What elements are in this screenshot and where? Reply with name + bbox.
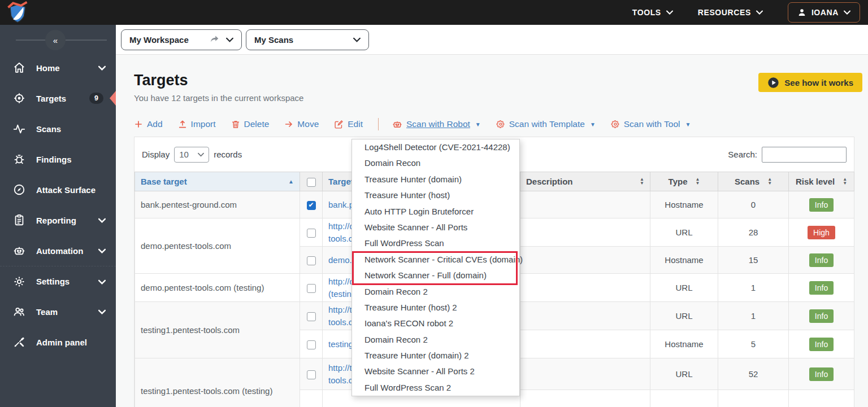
column-header-description[interactable]: Description▲▼ [520, 172, 650, 191]
dropdown-item-highlighted[interactable]: Network Scanner - Critical CVEs (domain) [352, 252, 519, 268]
delete-button[interactable]: Delete [231, 119, 270, 129]
base-target-cell: demo.pentest-tools.com (testing) [135, 274, 300, 302]
sidebar-item-label: Home [36, 63, 60, 73]
gear-icon [611, 120, 620, 129]
type-cell: Hostname [650, 247, 718, 274]
scan-with-tool-button[interactable]: Scan with Tool ▼ [611, 119, 691, 129]
see-how-it-works-button[interactable]: See how it works [758, 73, 862, 92]
column-header-type[interactable]: Type▲▼ [650, 172, 718, 191]
sidebar-item-team[interactable]: Team [0, 296, 116, 327]
base-target-cell: demo.pentest-tools.com [135, 218, 300, 274]
sidebar-item-findings[interactable]: Findings [0, 144, 116, 174]
target-link[interactable]: http://ttools.c [328, 362, 353, 387]
robot-icon [12, 244, 26, 257]
dropdown-item[interactable]: Website Scanner - All Ports 2 [352, 364, 519, 379]
targets-toolbar: Add Import Delete Move Edit Scan with [134, 118, 854, 130]
display-label: Display [142, 150, 170, 159]
select-all-checkbox[interactable] [307, 178, 316, 187]
description-cell [520, 330, 650, 358]
dropdown-item[interactable]: Auto HTTP Login Bruteforcer [352, 204, 519, 220]
sidebar-item-admin-panel[interactable]: Admin panel [0, 327, 116, 357]
user-name: IOANA [811, 8, 839, 17]
scans-select[interactable]: My Scans [246, 29, 369, 50]
type-cell: URL [650, 358, 718, 390]
move-button[interactable]: Move [284, 119, 319, 129]
brand-logo[interactable] [6, 1, 31, 24]
dropdown-item[interactable]: Log4Shell Detector (CVE-2021-44228) [352, 139, 519, 155]
target-link[interactable]: testing [328, 338, 353, 351]
column-header-base-target[interactable]: Base target▲ [135, 172, 300, 191]
risk-badge: Info [809, 281, 834, 295]
targets-count-badge: 9 [89, 93, 103, 104]
dropdown-item[interactable]: Treasure Hunter (host) 2 [352, 300, 519, 316]
resources-menu[interactable]: RESOURCES [698, 8, 763, 17]
row-checkbox[interactable] [307, 312, 316, 321]
dropdown-item[interactable]: Domain Recon 2 [352, 332, 519, 348]
target-link[interactable]: bank.p [328, 199, 354, 211]
column-header-scans[interactable]: Scans▲▼ [718, 172, 789, 191]
sidebar-item-settings[interactable]: Settings [0, 266, 116, 296]
sidebar-item-attack-surface[interactable]: Attack Surface [0, 174, 116, 205]
import-button[interactable]: Import [178, 119, 216, 129]
sidebar-item-label: Reporting [36, 216, 76, 225]
risk-badge: Info [809, 253, 834, 267]
chevron-down-icon [98, 246, 106, 256]
tools-menu[interactable]: TOOLS [632, 8, 673, 17]
cta-label: See how it works [784, 78, 853, 87]
toolbar-separator [378, 118, 379, 130]
sort-icon: ▲▼ [640, 178, 644, 186]
sidebar-collapse-button[interactable]: « [45, 30, 66, 50]
home-icon [12, 61, 26, 75]
scan-with-template-button[interactable]: Scan with Template ▼ [496, 119, 596, 129]
dropdown-item[interactable]: Domain Recon [352, 155, 519, 171]
base-target-cell: testing1.pentest-tools.com [135, 302, 300, 358]
user-menu[interactable]: IOANA [788, 2, 860, 23]
sidebar-item-targets[interactable]: Targets 9 [0, 83, 116, 113]
sidebar-item-home[interactable]: Home [0, 52, 116, 83]
risk-cell: Info [789, 330, 854, 358]
edit-button[interactable]: Edit [334, 119, 363, 129]
page-subtitle: You have 12 targets in the current works… [134, 93, 854, 103]
chevron-down-icon [98, 307, 106, 317]
dropdown-item[interactable]: Full WordPress Scan 2 [352, 380, 519, 396]
target-link[interactable]: http://dtools.c [328, 220, 354, 245]
scans-cell: 5 [718, 330, 789, 358]
row-checkbox[interactable] [307, 284, 316, 293]
target-link[interactable]: http://ttools.c [328, 304, 353, 329]
risk-cell: Info [789, 247, 854, 274]
dropdown-item-highlighted[interactable]: Network Scanner - Full (domain) [352, 268, 519, 283]
column-header-risk-level[interactable]: Risk level▲▼ [789, 172, 854, 191]
dropdown-item[interactable]: Full WordPress Scan [352, 235, 519, 251]
row-checkbox[interactable] [307, 256, 316, 265]
row-checkbox[interactable] [307, 340, 316, 349]
add-button[interactable]: Add [134, 119, 163, 129]
base-target-cell: bank.pentest-ground.com [135, 191, 300, 218]
sidebar-item-scans[interactable]: Scans [0, 113, 116, 144]
person-icon [797, 8, 806, 17]
description-cell [520, 274, 650, 302]
description-cell [520, 191, 650, 218]
scans-cell: 0 [718, 191, 789, 218]
dropdown-item[interactable]: Treasure Hunter (domain) 2 [352, 348, 519, 364]
row-checkbox[interactable] [307, 229, 316, 238]
row-checkbox[interactable] [307, 201, 316, 210]
sort-icon: ▲▼ [695, 178, 700, 186]
dropdown-item[interactable]: Treasure Hunter (domain) [352, 172, 519, 187]
scan-with-robot-button[interactable]: Scan with Robot ▼ [392, 119, 481, 129]
workspace-select[interactable]: My Workspace [121, 29, 242, 50]
search-input[interactable] [762, 147, 847, 163]
chevron-down-icon [98, 215, 106, 225]
top-navbar: TOOLS RESOURCES IOANA [0, 0, 868, 25]
dropdown-item[interactable]: Domain Recon 2 [352, 284, 519, 300]
dropdown-item[interactable]: Treasure Hunter (host) [352, 187, 519, 203]
scan-with-template-label: Scan with Template [509, 119, 585, 129]
dropdown-item[interactable]: Website Scanner - All Ports [352, 220, 519, 235]
sidebar-item-label: Scans [36, 124, 61, 134]
sidebar-item-automation[interactable]: Automation [0, 235, 116, 266]
row-checkbox[interactable] [307, 370, 316, 379]
sidebar-item-reporting[interactable]: Reporting [0, 205, 116, 235]
sidebar-item-label: Admin panel [36, 338, 87, 347]
page-size-select[interactable]: 10 [174, 147, 209, 163]
dropdown-item[interactable]: Ioana's RECON robot 2 [352, 316, 519, 331]
chevron-down-icon [98, 277, 106, 287]
